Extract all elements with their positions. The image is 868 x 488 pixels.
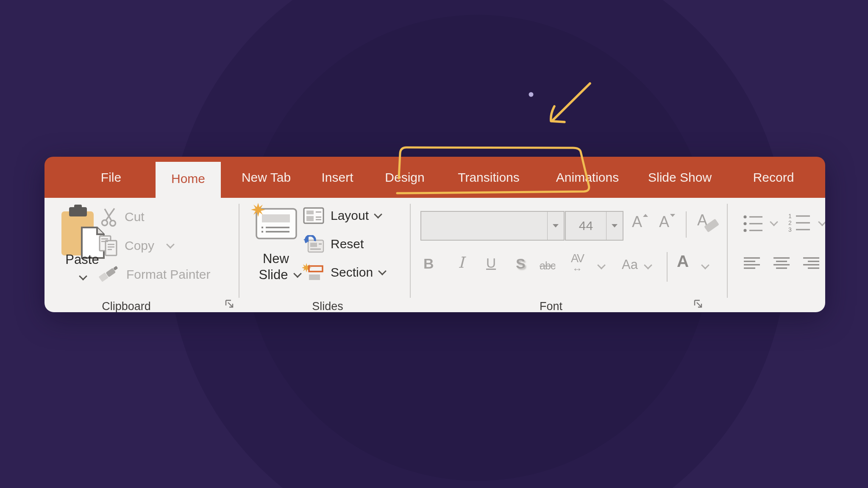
svg-text:1: 1 [788,213,792,219]
tab-insert[interactable]: Insert [312,157,363,198]
copy-label: Copy [125,238,154,253]
dropdown-triangle-icon [553,224,559,227]
increase-font-size-button[interactable]: A [632,213,642,231]
align-right-icon [803,256,820,272]
font-size-value: 44 [566,212,606,240]
horizontal-arrow-icon: ↔ [572,263,582,273]
dialog-launcher-icon [224,299,235,310]
triangle-up-icon [643,214,648,217]
dropdown-triangle-icon [612,224,618,227]
group-separator [410,204,411,298]
increase-font-size-glyph: A [632,213,642,230]
new-slide-icon [250,203,300,242]
decrease-font-size-glyph: A [659,213,669,230]
character-spacing-button[interactable]: AV ↔ [571,253,584,273]
section-dropdown-chevron-icon[interactable] [378,267,387,275]
tab-design[interactable]: Design [379,157,430,198]
font-color-chevron-icon[interactable] [701,261,709,269]
copy-button[interactable]: Copy [99,235,173,256]
group-separator [239,204,239,298]
font-dialog-launcher[interactable] [693,299,704,310]
align-left-icon [744,256,761,272]
new-slide-label-line2: Slide [248,267,299,283]
new-slide-label-line1: New [250,251,301,266]
mini-separator [667,252,668,282]
clipboard-group-label: Clipboard [84,300,169,312]
slides-group-label: Slides [285,300,370,312]
ribbon-tab-bar: File Home New Tab Insert Design Transiti… [45,157,825,198]
change-case-chevron-icon[interactable] [644,261,652,269]
decrease-font-size-button[interactable]: A [659,213,669,231]
italic-button[interactable]: I [458,254,464,271]
bullets-button[interactable] [743,213,763,236]
bullets-chevron-icon[interactable] [770,218,778,226]
svg-text:3: 3 [788,226,792,233]
tab-transitions[interactable]: Transitions [451,157,527,198]
align-left-button[interactable] [744,256,761,273]
change-case-button[interactable]: Aa [622,257,638,272]
section-button[interactable]: Section [302,263,385,282]
tab-home[interactable]: Home [156,162,221,198]
powerpoint-ribbon: File Home New Tab Insert Design Transiti… [45,157,825,312]
character-spacing-chevron-icon[interactable] [597,261,606,269]
format-painter-label: Format Painter [126,267,210,282]
align-center-icon [773,256,790,272]
layout-icon [303,207,324,224]
copy-pages-icon [99,235,118,256]
font-size-combobox[interactable]: 44 [565,211,623,241]
tab-file[interactable]: File [92,157,130,198]
paste-dropdown-chevron-icon[interactable] [79,272,87,280]
font-name-dropdown[interactable] [547,212,564,240]
reset-label: Reset [331,237,364,251]
clear-formatting-button[interactable]: A [697,211,707,229]
numbering-chevron-icon[interactable] [818,218,825,226]
tab-record[interactable]: Record [746,157,801,198]
font-name-combobox[interactable] [420,211,565,241]
layout-label: Layout [331,208,369,223]
align-right-button[interactable] [803,256,820,273]
align-center-button[interactable] [773,256,790,273]
numbered-list-icon: 1 2 3 [788,212,811,233]
font-color-button[interactable]: A [677,252,689,271]
ribbon-body: Paste Cut [45,198,825,312]
clipboard-dialog-launcher[interactable] [224,299,235,310]
dialog-launcher-icon [693,299,704,310]
font-group-label: Font [509,300,593,312]
numbering-button[interactable]: 1 2 3 [788,212,811,235]
section-label: Section [331,265,373,280]
reset-icon [303,235,324,253]
cut-label: Cut [125,210,145,224]
font-size-dropdown[interactable] [606,212,623,240]
text-shadow-button[interactable]: S [516,255,526,272]
bulleted-list-icon [743,213,763,234]
triangle-down-icon [670,214,675,217]
format-painter-button[interactable]: Format Painter [99,266,210,283]
underline-button[interactable]: U [486,255,496,271]
svg-text:2: 2 [788,219,792,226]
tab-new-tab[interactable]: New Tab [232,157,300,198]
layout-dropdown-chevron-icon[interactable] [374,210,382,219]
section-icon [302,263,324,282]
format-painter-brush-icon [99,266,120,283]
page-background: File Home New Tab Insert Design Transiti… [0,0,868,488]
reset-button[interactable]: Reset [303,235,364,253]
tab-animations[interactable]: Animations [547,157,628,198]
cut-button[interactable]: Cut [100,207,145,227]
cut-scissors-icon [100,207,118,227]
copy-dropdown-chevron-icon[interactable] [166,240,175,249]
tab-slide-show[interactable]: Slide Show [643,157,716,198]
strikethrough-button[interactable]: abc [540,260,555,272]
mini-separator [686,211,687,238]
font-name-value [421,212,547,240]
group-separator [727,204,728,298]
tab-review[interactable]: Review [817,157,825,198]
bold-button[interactable]: B [423,255,434,272]
layout-button[interactable]: Layout [303,207,381,224]
